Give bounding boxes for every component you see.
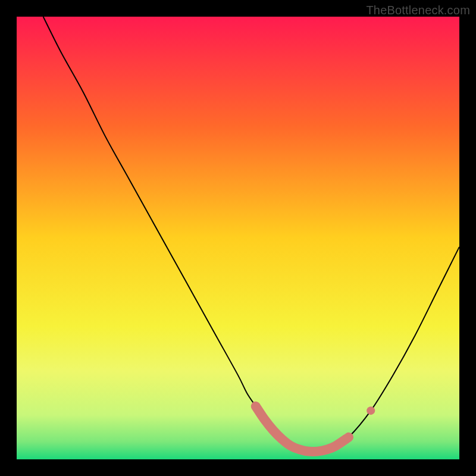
bottleneck-chart <box>17 17 459 459</box>
plot-area <box>17 17 459 459</box>
chart-frame: TheBottleneck.com <box>0 0 476 476</box>
watermark-text: TheBottleneck.com <box>366 4 470 17</box>
gradient-background <box>17 17 459 459</box>
optimal-range-end-dot <box>367 406 375 415</box>
